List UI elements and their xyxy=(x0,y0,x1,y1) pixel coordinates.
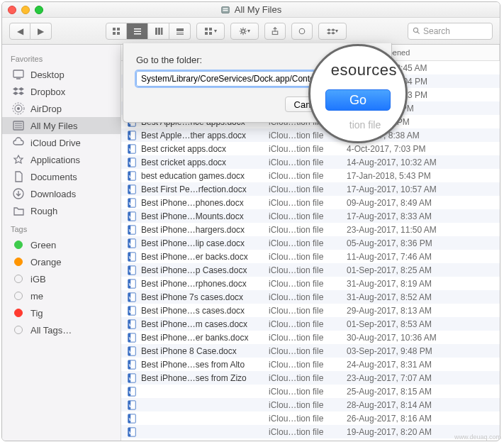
table-row[interactable]: WBest iPhone 8 Case.docxiClou…tion file0… xyxy=(121,344,500,358)
table-row[interactable]: WBest iPhone…rphones.docxiClou…tion file… xyxy=(121,277,500,290)
file-kind: iClou…tion file xyxy=(263,360,341,370)
word-doc-icon: W xyxy=(127,414,137,424)
tag-dot-icon xyxy=(12,238,25,251)
tag-dot-icon xyxy=(12,272,25,285)
dropbox-button[interactable]: ▾ xyxy=(318,23,347,40)
word-doc-icon: W xyxy=(127,252,137,262)
svg-text:W: W xyxy=(129,389,133,394)
back-button[interactable]: ◀ xyxy=(9,23,30,40)
table-row[interactable]: WBest cricket apps.docxiClou…tion file4-… xyxy=(121,142,500,155)
table-row[interactable]: WBest iPhone…ses from AltoiClou…tion fil… xyxy=(121,358,500,371)
file-kind: iClou…tion file xyxy=(263,144,341,154)
table-row[interactable]: WBest iPhone…er banks.docxiClou…tion fil… xyxy=(121,331,500,344)
sidebar-item-airdrop[interactable]: AirDrop xyxy=(2,100,121,117)
sidebar-item-downloads[interactable]: Downloads xyxy=(2,185,121,202)
sidebar-item-label: me xyxy=(30,291,43,302)
file-date: 01-Sep-2017, 8:53 AM xyxy=(341,319,500,329)
file-kind: iClou…tion file xyxy=(263,171,341,181)
svg-rect-1 xyxy=(223,8,228,9)
table-row[interactable]: WBest iPhone…s cases.docxiClou…tion file… xyxy=(121,304,500,317)
sidebar-tag-tig[interactable]: Tig xyxy=(2,304,121,321)
icon-view-button[interactable] xyxy=(106,23,127,40)
file-kind: iClou…tion file xyxy=(263,306,341,316)
all-my-files-icon xyxy=(12,119,25,132)
sidebar-item-label: All Tags… xyxy=(30,325,72,336)
word-doc-icon: W xyxy=(127,238,137,248)
word-doc-icon: W xyxy=(127,441,137,441)
svg-rect-10 xyxy=(155,28,157,35)
table-row[interactable]: WBest iPhone…hargers.docxiClou…tion file… xyxy=(121,223,500,236)
table-row[interactable]: WiClou…tion file11-Nov-2017, 4:42 PM xyxy=(121,438,500,441)
svg-text:W: W xyxy=(129,335,133,340)
search-field[interactable]: Search xyxy=(408,23,493,40)
file-name: Best iPhone…ses from Zizo xyxy=(141,373,247,383)
file-kind: iClou…tion file xyxy=(263,265,341,275)
gear-icon xyxy=(239,27,247,35)
finder-window: All My Files ◀ ▶ ▾ xyxy=(1,1,500,441)
table-row[interactable]: WiClou…tion file19-Aug-2017, 8:20 AM xyxy=(121,425,500,438)
svg-text:W: W xyxy=(129,402,133,407)
arrange-button[interactable]: ▾ xyxy=(196,23,225,40)
sidebar-item-rough[interactable]: Rough xyxy=(2,202,121,219)
table-row[interactable]: WBest Apple…ther apps.docxiClou…tion fil… xyxy=(121,128,500,142)
file-date: 25-Aug-2017, 8:15 AM xyxy=(341,387,500,397)
sidebar-item-icloud-drive[interactable]: iCloud Drive xyxy=(2,134,121,151)
all-my-files-icon xyxy=(220,5,230,15)
sidebar-item-label: iCloud Drive xyxy=(30,138,81,148)
table-row[interactable]: WBest iPhone…lip case.docxiClou…tion fil… xyxy=(121,236,500,250)
word-doc-icon: W xyxy=(127,346,137,356)
zoom-window-button[interactable] xyxy=(35,6,43,14)
table-row[interactable]: WiClou…tion file25-Aug-2017, 8:15 AM xyxy=(121,385,500,398)
minimize-window-button[interactable] xyxy=(21,6,30,14)
table-row[interactable]: WiClou…tion file26-Aug-2017, 8:16 AM xyxy=(121,411,500,425)
column-view-button[interactable] xyxy=(148,23,169,40)
file-kind: iClou…tion file xyxy=(263,158,341,167)
documents-icon xyxy=(12,170,25,183)
sidebar-tag-all-tags-[interactable]: All Tags… xyxy=(2,321,121,338)
table-row[interactable]: WBest iPhone…ses from ZizoiClou…tion fil… xyxy=(121,371,500,385)
tags-button[interactable] xyxy=(291,23,313,40)
file-name: Best iPhone…s cases.docx xyxy=(141,306,245,316)
sidebar-header-favorites: Favorites xyxy=(2,49,121,66)
file-name: Best iPhone…Mounts.docx xyxy=(141,211,244,221)
table-row[interactable]: WBest iPhone…Mounts.docxiClou…tion file1… xyxy=(121,209,500,223)
sidebar-item-documents[interactable]: Documents xyxy=(2,168,121,185)
table-row[interactable]: WiClou…tion file28-Aug-2017, 8:14 AM xyxy=(121,398,500,411)
table-row[interactable]: Wbest education games.docxiClou…tion fil… xyxy=(121,169,500,182)
table-row[interactable]: WBest iPhone…er backs.docxiClou…tion fil… xyxy=(121,250,500,263)
action-button[interactable]: ▾ xyxy=(230,23,259,40)
svg-text:W: W xyxy=(129,254,133,259)
file-date: 23-Aug-2017, 11:50 AM xyxy=(341,225,500,235)
magnified-subtext: tion file xyxy=(349,119,381,131)
magnified-go-button[interactable]: Go xyxy=(325,89,391,111)
close-window-button[interactable] xyxy=(8,6,16,14)
table-row[interactable]: WBest cricket apps.docxiClou…tion file14… xyxy=(121,155,500,169)
sidebar-item-applications[interactable]: Applications xyxy=(2,151,121,168)
svg-text:W: W xyxy=(129,241,133,245)
sidebar-item-desktop[interactable]: Desktop xyxy=(2,66,121,83)
list-view-button[interactable] xyxy=(127,23,148,40)
sidebar-tag-orange[interactable]: Orange xyxy=(2,253,121,270)
sidebar-tag-me[interactable]: me xyxy=(2,287,121,304)
table-row[interactable]: WBest iPhone…p Cases.docxiClou…tion file… xyxy=(121,263,500,277)
word-doc-icon: W xyxy=(127,292,137,302)
sidebar-tag-green[interactable]: Green xyxy=(2,236,121,253)
file-kind: iClou…tion file xyxy=(263,414,341,424)
table-row[interactable]: WBest iPhone…phones.docxiClou…tion file0… xyxy=(121,196,500,209)
word-doc-icon: W xyxy=(127,427,137,437)
table-row[interactable]: WBest iPhone 7s cases.docxiClou…tion fil… xyxy=(121,290,500,304)
sidebar-item-all-my-files[interactable]: All My Files xyxy=(2,117,121,134)
file-date: 29-Aug-2017, 8:13 AM xyxy=(341,306,500,316)
sidebar-item-dropbox[interactable]: Dropbox xyxy=(2,83,121,100)
file-kind: iClou…tion file xyxy=(263,427,341,437)
share-button[interactable] xyxy=(264,23,286,40)
table-row[interactable]: WBest iPhone…m cases.docxiClou…tion file… xyxy=(121,317,500,331)
sidebar-tag-igb[interactable]: iGB xyxy=(2,270,121,287)
svg-point-20 xyxy=(242,29,245,33)
svg-rect-13 xyxy=(177,28,184,31)
table-row[interactable]: WBest First Pe…rfection.docxiClou…tion f… xyxy=(121,182,500,196)
list-icon xyxy=(133,27,142,35)
magnifier-callout: esources Go tion file xyxy=(308,44,408,143)
coverflow-view-button[interactable] xyxy=(169,23,191,40)
forward-button[interactable]: ▶ xyxy=(30,23,52,40)
